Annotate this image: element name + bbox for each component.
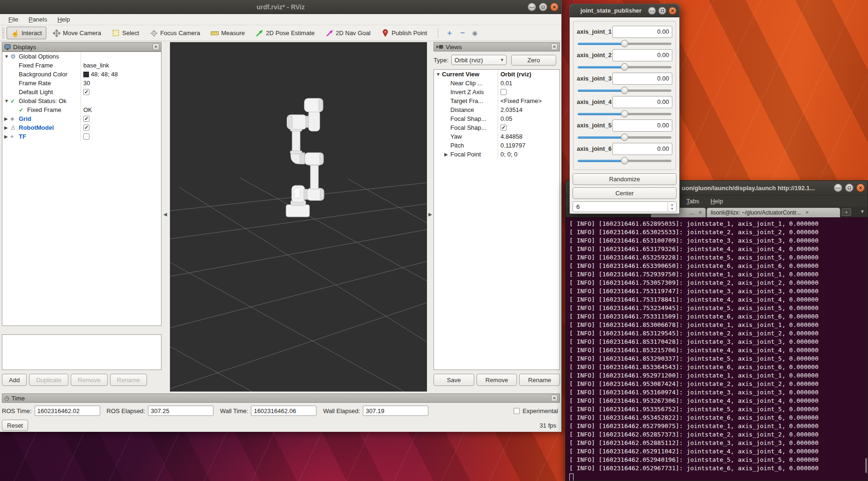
spinner-up-icon[interactable]: ▲: [670, 203, 674, 207]
rviz-titlebar[interactable]: urdf.rviz* - RViz — ×: [0, 0, 561, 14]
pose-estimate-tool-button[interactable]: 2D Pose Estimate: [251, 27, 319, 39]
checkbox[interactable]: ✓: [500, 125, 507, 131]
checkbox[interactable]: ✓: [83, 125, 89, 131]
view-property-row[interactable]: Focal Shap... 0.05: [434, 114, 559, 123]
view-property-row[interactable]: ▶ Focal Point 0; 0; 0: [434, 150, 559, 159]
wall-elapsed-field[interactable]: [363, 406, 428, 416]
view-property-row[interactable]: ▼ Current View Orbit (rviz): [434, 70, 559, 79]
maximize-button[interactable]: [539, 3, 547, 11]
joint-value-field[interactable]: 0.00: [612, 73, 672, 85]
joint-count-spinner[interactable]: 6 ▲ ▼: [573, 201, 677, 212]
property-value[interactable]: 0; 0; 0: [498, 151, 559, 158]
slider-handle[interactable]: [621, 63, 628, 71]
display-property-row[interactable]: ▶ ◈ Grid ✓: [2, 114, 161, 123]
joint-value-field[interactable]: 0.00: [612, 96, 672, 108]
scrollbar-thumb[interactable]: [865, 458, 867, 473]
rename-display-button[interactable]: Rename: [110, 374, 147, 386]
experimental-checkbox[interactable]: [514, 408, 520, 414]
menu-help[interactable]: Help: [706, 197, 728, 206]
wall-time-field[interactable]: [251, 406, 316, 416]
close-icon[interactable]: ✕: [551, 395, 558, 401]
reset-button[interactable]: Reset: [2, 420, 28, 431]
checkbox[interactable]: ✓: [83, 89, 89, 95]
ros-time-field[interactable]: [35, 406, 100, 416]
slider-handle[interactable]: [621, 157, 628, 164]
view-property-row[interactable]: Distance 2.03514: [434, 105, 559, 114]
zoom-out-button[interactable]: −: [456, 29, 469, 38]
property-value[interactable]: 4.84858: [498, 133, 559, 140]
property-value[interactable]: ✓: [81, 89, 161, 95]
terminal-tab-2[interactable]: lisonli@lizx: ~/gluon/ActuatorContr... ×: [706, 207, 840, 217]
move-camera-tool-button[interactable]: Move Camera: [48, 27, 106, 39]
tab-list-dropdown[interactable]: ▼: [860, 209, 865, 214]
expander-icon[interactable]: ▼: [4, 54, 10, 59]
ros-elapsed-field[interactable]: [148, 406, 213, 416]
property-value[interactable]: OK: [81, 106, 161, 113]
view-property-row[interactable]: Invert Z Axis: [434, 88, 559, 96]
display-property-row[interactable]: Default Light ✓: [2, 88, 161, 96]
close-button[interactable]: ×: [550, 3, 559, 11]
display-property-row[interactable]: ▶ + TF: [2, 132, 161, 141]
spinner-down-icon[interactable]: ▼: [670, 207, 674, 211]
expander-icon[interactable]: ▼: [436, 72, 442, 77]
menu-file[interactable]: File: [4, 15, 23, 24]
view-property-row[interactable]: Yaw 4.84858: [434, 132, 559, 141]
remove-display-button[interactable]: Remove: [71, 374, 107, 386]
select-tool-button[interactable]: Select: [107, 27, 144, 39]
rename-view-button[interactable]: Rename: [519, 374, 560, 386]
joint-slider[interactable]: [578, 113, 671, 115]
view-property-row[interactable]: Pitch 0.119797: [434, 141, 559, 150]
slider-handle[interactable]: [621, 133, 628, 141]
interact-tool-button[interactable]: ☝ Interact: [7, 27, 46, 39]
publish-point-tool-button[interactable]: Publish Point: [376, 27, 432, 39]
time-panel-header[interactable]: ◷ Time ✕: [2, 393, 560, 403]
property-value[interactable]: 30: [81, 80, 161, 87]
new-tab-button[interactable]: +: [842, 208, 851, 216]
save-view-button[interactable]: Save: [434, 374, 474, 386]
property-value[interactable]: 0.119797: [498, 142, 559, 149]
minimize-button[interactable]: —: [528, 3, 536, 11]
joint-slider[interactable]: [578, 43, 671, 45]
property-value[interactable]: 0.01: [498, 80, 559, 87]
joint-slider[interactable]: [578, 89, 671, 92]
property-value[interactable]: <Fixed Frame>: [498, 97, 559, 104]
slider-handle[interactable]: [621, 40, 628, 47]
view-property-row[interactable]: Near Clip ... 0.01: [434, 79, 559, 88]
minimize-button[interactable]: —: [834, 184, 842, 192]
view-type-dropdown[interactable]: Orbit (rviz) ▼: [451, 55, 507, 65]
display-property-row[interactable]: Background Color 48; 48; 48: [2, 70, 161, 79]
view-property-row[interactable]: Target Fra... <Fixed Frame>: [434, 96, 559, 105]
expander-icon[interactable]: ▶: [4, 134, 10, 139]
property-value[interactable]: [81, 133, 161, 140]
duplicate-display-button[interactable]: Duplicate: [29, 374, 68, 386]
display-property-row[interactable]: ✓ Fixed Frame OK: [2, 105, 161, 114]
randomize-button[interactable]: Randomize: [573, 173, 677, 185]
joint-slider[interactable]: [578, 160, 671, 162]
display-property-row[interactable]: ▶ ♙ RobotModel ✓: [2, 123, 161, 132]
camera-focus-icon[interactable]: ◉: [469, 30, 480, 37]
close-button[interactable]: ×: [856, 184, 865, 192]
view-property-row[interactable]: Focal Shap... ✓: [434, 123, 559, 132]
expander-icon[interactable]: ▼: [4, 98, 10, 104]
property-value[interactable]: ✓: [81, 125, 161, 131]
property-value[interactable]: 0.05: [498, 115, 559, 122]
menu-panels[interactable]: Panels: [24, 15, 52, 24]
menu-tabs[interactable]: Tabs: [682, 197, 704, 206]
zoom-in-button[interactable]: +: [443, 29, 456, 38]
joint-slider[interactable]: [578, 66, 671, 68]
display-property-row[interactable]: Fixed Frame base_link: [2, 61, 161, 70]
joint-value-field[interactable]: 0.00: [612, 49, 672, 61]
property-value[interactable]: 48; 48; 48: [81, 71, 161, 78]
nav-goal-tool-button[interactable]: 2D Nav Goal: [321, 27, 375, 39]
maximize-button[interactable]: [845, 184, 853, 192]
displays-panel-header[interactable]: Displays ✕: [2, 42, 162, 52]
close-icon[interactable]: ✕: [153, 44, 159, 50]
close-icon[interactable]: ✕: [551, 44, 558, 50]
measure-tool-button[interactable]: Measure: [206, 27, 250, 39]
expander-icon[interactable]: ▶: [4, 125, 10, 130]
3d-viewport[interactable]: [170, 42, 427, 392]
display-property-row[interactable]: Frame Rate 30: [2, 79, 161, 88]
remove-view-button[interactable]: Remove: [477, 374, 517, 386]
jsp-titlebar[interactable]: joint_state_publisher — ×: [570, 4, 679, 17]
center-button[interactable]: Center: [573, 187, 677, 199]
